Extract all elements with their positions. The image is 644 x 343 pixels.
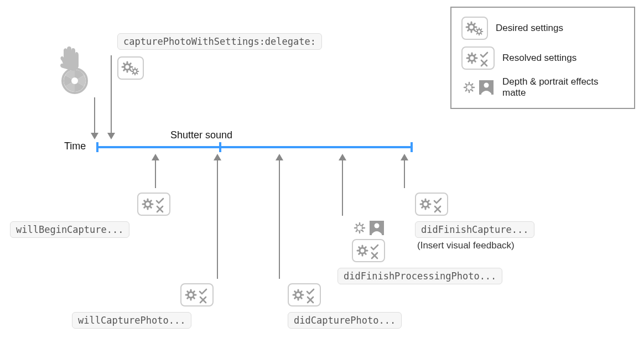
gears-check-x-icon [137,193,170,216]
gears-check-x-icon [415,193,448,216]
axis-label-time: Time [64,141,86,152]
callback-did-finish-processing-photo: didFinishProcessingPhoto... [337,268,502,284]
legend-row-depth: Depth & portrait effects matte [461,76,624,99]
gears-check-x-icon [461,46,495,70]
gears-icon [117,56,144,80]
arrow-will-begin [155,155,156,188]
arrow-did-finish-processing [342,155,343,216]
depth-portrait-icon [352,219,385,237]
gears-check-x-icon [352,239,385,262]
legend-row-desired: Desired settings [461,17,624,40]
gears-check-x-icon [288,283,321,306]
legend-resolved-label: Resolved settings [502,53,577,64]
method-capture-photo: capturePhotoWithSettings:delegate: [117,33,322,50]
timeline [96,146,413,148]
arrow-did-capture [279,155,280,279]
gears-icon [461,17,488,40]
timeline-tick-start [96,142,98,152]
callback-will-begin-capture: willBeginCapture... [10,221,129,238]
callback-did-capture-photo: didCapturePhoto... [288,312,402,329]
legend-row-resolved: Resolved settings [461,46,624,70]
arrow-did-finish-capture [404,155,405,188]
arrow-down-touch [94,97,95,138]
gears-check-x-icon [180,283,214,306]
touch-shutter-icon [55,44,94,94]
timeline-tick-end [411,142,413,152]
depth-portrait-icon [461,79,495,96]
timeline-tick-shutter [219,142,221,152]
shutter-sound-label: Shutter sound [170,129,232,141]
callback-did-finish-capture: didFinishCapture... [415,221,534,238]
arrow-will-capture [217,155,218,279]
legend-depth-label: Depth & portrait effects matte [502,76,624,99]
arrow-down-call [111,55,112,138]
legend: Desired settings Resolved settings Depth… [450,7,635,109]
legend-desired-label: Desired settings [496,23,563,34]
insert-visual-feedback-note: (Insert visual feedback) [417,240,515,251]
callback-will-capture-photo: willCapturePhoto... [72,312,191,329]
